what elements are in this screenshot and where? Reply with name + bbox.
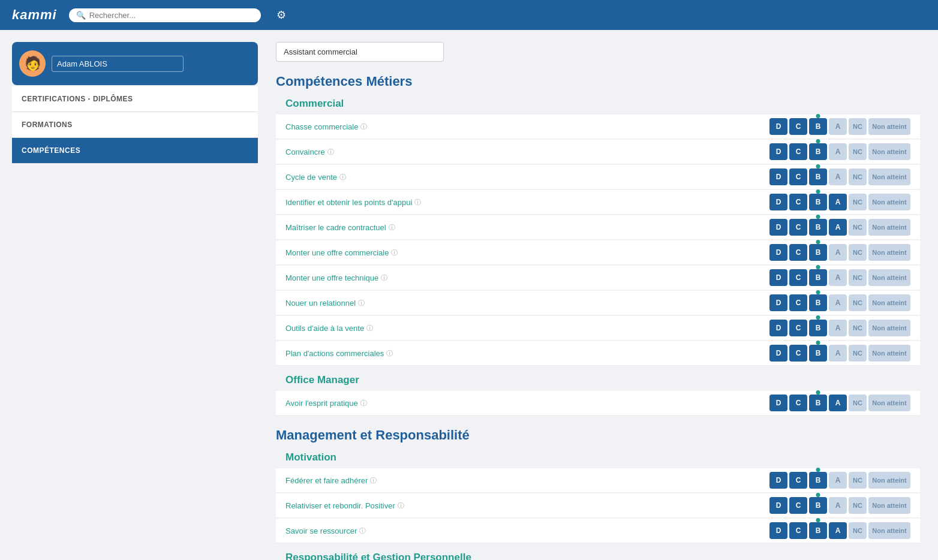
rating-d-btn[interactable]: D [769, 472, 787, 489]
rating-d-btn[interactable]: D [769, 194, 787, 210]
rating-c-btn[interactable]: C [789, 294, 807, 311]
rating-nc-btn[interactable]: NC [849, 118, 867, 135]
search-input[interactable] [89, 11, 254, 20]
user-select[interactable]: Adam ABLOIS [52, 56, 184, 72]
rating-c-btn[interactable]: C [789, 395, 807, 411]
rating-c-btn[interactable]: C [789, 472, 807, 489]
rating-a-btn[interactable]: A [829, 395, 847, 411]
rating-non-atteint-btn[interactable]: Non atteint [868, 219, 910, 236]
rating-c-btn[interactable]: C [789, 522, 807, 539]
rating-b-btn[interactable]: B [809, 143, 827, 160]
rating-d-btn[interactable]: D [769, 219, 787, 236]
rating-non-atteint-btn[interactable]: Non atteint [868, 244, 910, 261]
job-select[interactable]: Assistant commercial [276, 42, 444, 62]
info-icon[interactable]: ⓘ [386, 349, 393, 358]
rating-nc-btn[interactable]: NC [849, 522, 867, 539]
rating-non-atteint-btn[interactable]: Non atteint [868, 320, 910, 336]
info-icon[interactable]: ⓘ [358, 299, 365, 308]
rating-d-btn[interactable]: D [769, 320, 787, 336]
rating-b-btn[interactable]: B [809, 497, 827, 514]
rating-nc-btn[interactable]: NC [849, 472, 867, 489]
rating-b-btn[interactable]: B [809, 294, 827, 311]
info-icon[interactable]: ⓘ [389, 223, 395, 232]
rating-non-atteint-btn[interactable]: Non atteint [868, 118, 910, 135]
rating-a-btn[interactable]: A [829, 320, 847, 336]
rating-a-btn[interactable]: A [829, 118, 847, 135]
rating-a-btn[interactable]: A [829, 219, 847, 236]
rating-c-btn[interactable]: C [789, 118, 807, 135]
info-icon[interactable]: ⓘ [414, 198, 421, 207]
rating-d-btn[interactable]: D [769, 294, 787, 311]
rating-c-btn[interactable]: C [789, 143, 807, 160]
rating-c-btn[interactable]: C [789, 269, 807, 286]
rating-non-atteint-btn[interactable]: Non atteint [868, 522, 910, 539]
rating-b-btn[interactable]: B [809, 395, 827, 411]
rating-d-btn[interactable]: D [769, 244, 787, 261]
sidebar-item-certifications[interactable]: CERTIFICATIONS - DIPLÔMES [12, 86, 258, 112]
rating-non-atteint-btn[interactable]: Non atteint [868, 395, 910, 411]
info-icon[interactable]: ⓘ [391, 248, 398, 257]
rating-b-btn[interactable]: B [809, 345, 827, 362]
rating-non-atteint-btn[interactable]: Non atteint [868, 472, 910, 489]
info-icon[interactable]: ⓘ [370, 476, 377, 485]
rating-c-btn[interactable]: C [789, 194, 807, 210]
rating-d-btn[interactable]: D [769, 522, 787, 539]
rating-b-btn[interactable]: B [809, 269, 827, 286]
rating-a-btn[interactable]: A [829, 244, 847, 261]
rating-b-btn[interactable]: B [809, 320, 827, 336]
rating-a-btn[interactable]: A [829, 269, 847, 286]
sidebar-item-competences[interactable]: COMPÉTENCES [12, 138, 258, 164]
info-icon[interactable]: ⓘ [360, 399, 367, 408]
rating-d-btn[interactable]: D [769, 269, 787, 286]
rating-nc-btn[interactable]: NC [849, 168, 867, 185]
rating-b-btn[interactable]: B [809, 472, 827, 489]
rating-c-btn[interactable]: C [789, 219, 807, 236]
rating-a-btn[interactable]: A [829, 294, 847, 311]
info-icon[interactable]: ⓘ [339, 173, 346, 182]
rating-d-btn[interactable]: D [769, 143, 787, 160]
rating-d-btn[interactable]: D [769, 345, 787, 362]
rating-c-btn[interactable]: C [789, 244, 807, 261]
rating-nc-btn[interactable]: NC [849, 497, 867, 514]
rating-nc-btn[interactable]: NC [849, 345, 867, 362]
rating-non-atteint-btn[interactable]: Non atteint [868, 294, 910, 311]
info-icon[interactable]: ⓘ [366, 324, 373, 333]
rating-c-btn[interactable]: C [789, 168, 807, 185]
rating-a-btn[interactable]: A [829, 143, 847, 160]
rating-d-btn[interactable]: D [769, 395, 787, 411]
rating-nc-btn[interactable]: NC [849, 219, 867, 236]
rating-b-btn[interactable]: B [809, 168, 827, 185]
rating-b-btn[interactable]: B [809, 244, 827, 261]
rating-a-btn[interactable]: A [829, 168, 847, 185]
rating-c-btn[interactable]: C [789, 497, 807, 514]
rating-nc-btn[interactable]: NC [849, 143, 867, 160]
rating-d-btn[interactable]: D [769, 118, 787, 135]
rating-a-btn[interactable]: A [829, 472, 847, 489]
rating-non-atteint-btn[interactable]: Non atteint [868, 168, 910, 185]
info-icon[interactable]: ⓘ [360, 122, 367, 131]
search-bar[interactable]: 🔍 [69, 8, 261, 22]
rating-b-btn[interactable]: B [809, 194, 827, 210]
rating-nc-btn[interactable]: NC [849, 244, 867, 261]
sidebar-item-formations[interactable]: FORMATIONS [12, 112, 258, 138]
rating-c-btn[interactable]: C [789, 345, 807, 362]
gear-icon[interactable]: ⚙ [276, 8, 286, 22]
rating-b-btn[interactable]: B [809, 219, 827, 236]
info-icon[interactable]: ⓘ [359, 526, 366, 535]
rating-nc-btn[interactable]: NC [849, 395, 867, 411]
rating-a-btn[interactable]: A [829, 345, 847, 362]
rating-non-atteint-btn[interactable]: Non atteint [868, 497, 910, 514]
rating-nc-btn[interactable]: NC [849, 269, 867, 286]
info-icon[interactable]: ⓘ [398, 501, 404, 510]
rating-a-btn[interactable]: A [829, 522, 847, 539]
rating-non-atteint-btn[interactable]: Non atteint [868, 269, 910, 286]
rating-nc-btn[interactable]: NC [849, 294, 867, 311]
rating-non-atteint-btn[interactable]: Non atteint [868, 345, 910, 362]
rating-nc-btn[interactable]: NC [849, 320, 867, 336]
rating-non-atteint-btn[interactable]: Non atteint [868, 194, 910, 210]
rating-a-btn[interactable]: A [829, 497, 847, 514]
rating-d-btn[interactable]: D [769, 497, 787, 514]
rating-nc-btn[interactable]: NC [849, 194, 867, 210]
rating-d-btn[interactable]: D [769, 168, 787, 185]
info-icon[interactable]: ⓘ [327, 147, 334, 156]
